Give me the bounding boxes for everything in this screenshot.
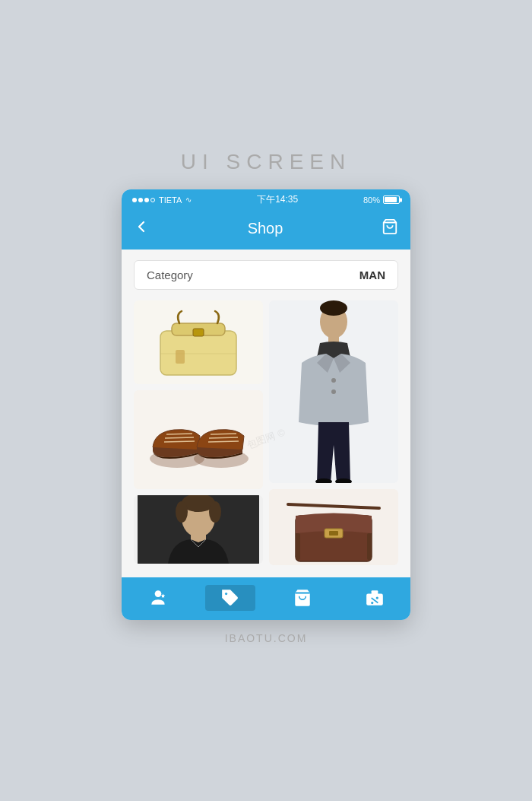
- category-bar: Category MAN: [122, 250, 410, 300]
- bottom-cart-icon: [293, 588, 312, 608]
- svg-point-20: [176, 501, 188, 523]
- svg-point-39: [154, 590, 161, 597]
- bottom-nav: [122, 577, 410, 620]
- svg-line-9: [166, 434, 192, 434]
- status-right: 80%: [363, 195, 400, 205]
- category-value: MAN: [359, 269, 385, 281]
- svg-point-29: [331, 389, 336, 394]
- bottom-nav-favorites[interactable]: [133, 585, 183, 611]
- svg-rect-37: [296, 533, 300, 560]
- svg-point-25: [320, 300, 347, 316]
- product-card-suit-man[interactable]: [269, 300, 398, 483]
- product-grid: 包图网 ©: [122, 300, 410, 577]
- cart-button[interactable]: [382, 218, 398, 239]
- status-left: TIETA ∿: [132, 195, 192, 205]
- tag-icon: [220, 588, 240, 608]
- man-portrait-image: [134, 495, 263, 564]
- ibaotu-watermark: IBAOTU.COM: [225, 632, 308, 644]
- signal-dot-4: [150, 198, 155, 202]
- top-nav: Shop: [122, 211, 410, 250]
- phone-frame: TIETA ∿ 下午14:35 80% Shop: [122, 189, 410, 620]
- svg-rect-6: [176, 350, 185, 364]
- svg-rect-36: [329, 531, 338, 536]
- svg-point-21: [209, 501, 221, 523]
- back-arrow-icon: [134, 219, 149, 234]
- page-title: Shop: [248, 220, 283, 237]
- svg-point-40: [224, 592, 226, 594]
- svg-rect-43: [371, 590, 378, 596]
- svg-rect-2: [160, 331, 236, 375]
- svg-line-14: [209, 437, 238, 438]
- svg-rect-4: [193, 329, 204, 336]
- category-filter-box[interactable]: Category MAN: [134, 260, 398, 290]
- svg-line-11: [164, 441, 195, 442]
- suit-man-image: [269, 300, 398, 483]
- shoes-product-image: [134, 390, 263, 489]
- discount-icon: [365, 588, 385, 608]
- ui-screen-label: UI SCREEN: [181, 150, 351, 174]
- svg-rect-38: [367, 533, 372, 560]
- carrier-name: TIETA: [159, 195, 182, 205]
- battery-fill: [385, 197, 397, 202]
- bottom-nav-tag[interactable]: [205, 585, 255, 611]
- product-card-satchel[interactable]: [269, 489, 398, 565]
- bag-product-image: [134, 300, 263, 384]
- product-card-man-portrait[interactable]: [134, 495, 263, 564]
- product-card-shoes[interactable]: [134, 390, 263, 489]
- category-label: Category: [147, 269, 193, 281]
- bottom-nav-cart[interactable]: [277, 585, 328, 611]
- satchel-image: [269, 489, 398, 565]
- svg-point-46: [375, 596, 378, 599]
- page-wrapper: UI SCREEN TIETA ∿ 下午14:35 80%: [0, 135, 532, 667]
- status-time: 下午14:35: [257, 193, 298, 206]
- svg-rect-42: [366, 593, 383, 605]
- bottom-nav-discount[interactable]: [350, 585, 400, 611]
- favorites-icon: [148, 588, 168, 608]
- svg-point-45: [371, 601, 373, 603]
- signal-dot-2: [138, 198, 143, 202]
- signal-dot-3: [144, 198, 149, 202]
- svg-line-13: [211, 434, 236, 434]
- wifi-icon: ∿: [185, 195, 192, 204]
- product-card-bag[interactable]: [134, 300, 263, 384]
- left-column: [134, 300, 263, 565]
- signal-dots: [132, 198, 155, 202]
- status-bar: TIETA ∿ 下午14:35 80%: [122, 189, 410, 211]
- svg-line-15: [208, 441, 239, 442]
- battery-pct-label: 80%: [363, 195, 380, 205]
- right-column: [269, 300, 398, 565]
- svg-point-28: [331, 378, 336, 383]
- svg-line-10: [165, 437, 194, 438]
- battery-indicator: [383, 195, 400, 204]
- signal-dot-1: [132, 198, 137, 202]
- battery-box: [383, 195, 400, 204]
- back-button[interactable]: [134, 219, 149, 238]
- cart-icon: [382, 218, 398, 235]
